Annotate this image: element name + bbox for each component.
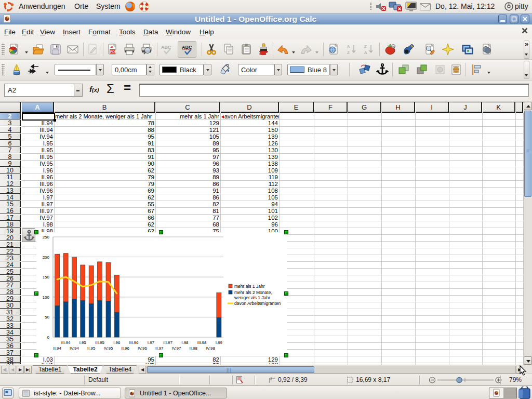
svg-text:III.94: III.94: [61, 340, 71, 345]
svg-text:mehr als 2 Monate,: mehr als 2 Monate,: [234, 290, 272, 295]
svg-text:IV.94: IV.94: [70, 346, 79, 351]
svg-text:0: 0: [47, 335, 50, 340]
svg-text:II.97: II.97: [155, 346, 164, 351]
svg-text:III.96: III.96: [129, 340, 139, 345]
svg-text:IV.97: IV.97: [172, 346, 181, 351]
svg-text:50: 50: [45, 315, 49, 320]
svg-text:250: 250: [43, 235, 50, 240]
svg-text:IV.95: IV.95: [104, 346, 113, 351]
svg-text:I.96: I.96: [113, 340, 121, 345]
svg-text:II.98: II.98: [190, 346, 198, 351]
svg-text:II.96: II.96: [121, 346, 129, 351]
svg-text:100: 100: [43, 295, 50, 300]
svg-text:IV.96: IV.96: [138, 346, 147, 351]
svg-text:IV.98: IV.98: [206, 346, 215, 351]
svg-text:mehr als 1 Jahr: mehr als 1 Jahr: [234, 284, 265, 289]
svg-text:I.98: I.98: [181, 340, 189, 345]
svg-text:weniger als 1 Jahr: weniger als 1 Jahr: [234, 295, 270, 300]
svg-text:A: A: [347, 44, 350, 49]
svg-text:%: %: [392, 45, 395, 48]
svg-text:I.97: I.97: [148, 340, 155, 345]
svg-text:Z: Z: [347, 50, 350, 55]
svg-text:200: 200: [43, 255, 50, 260]
svg-text:I.95: I.95: [79, 340, 87, 345]
svg-text:II.95: II.95: [87, 346, 96, 351]
svg-text:150: 150: [43, 275, 50, 280]
svg-text:PDF: PDF: [110, 50, 117, 54]
svg-text:davon Arbeitsmigranten: davon Arbeitsmigranten: [234, 301, 281, 306]
svg-text:I.99: I.99: [216, 340, 223, 345]
svg-text:III.98: III.98: [197, 340, 207, 345]
svg-text:II.94: II.94: [53, 346, 61, 351]
svg-text:Z: Z: [364, 44, 367, 49]
svg-text:III.95: III.95: [95, 340, 104, 345]
svg-text:III.97: III.97: [163, 340, 172, 345]
svg-text:A: A: [364, 50, 367, 55]
